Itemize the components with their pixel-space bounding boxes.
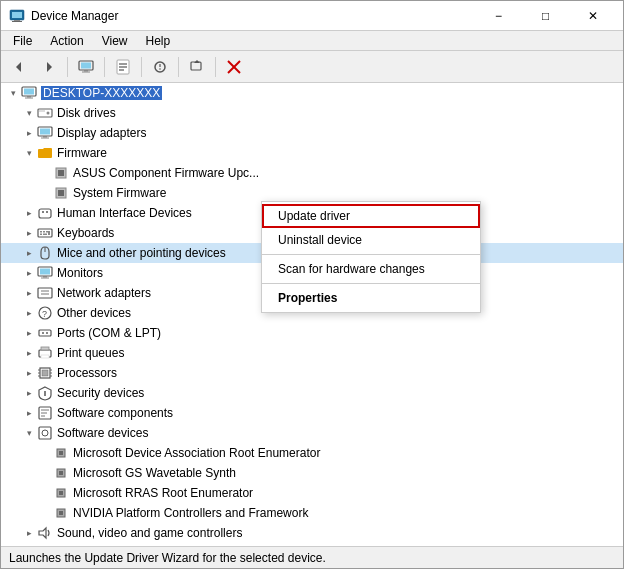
menu-bar: File Action View Help: [1, 31, 623, 51]
ctx-item-update-driver[interactable]: Update driver: [262, 204, 480, 228]
expand-icon-software-devices[interactable]: ▾: [21, 425, 37, 441]
expand-icon-security-devices[interactable]: ▸: [21, 385, 37, 401]
tree-item-display-adapters[interactable]: ▸ Display adapters: [1, 123, 623, 143]
svg-rect-29: [40, 129, 50, 135]
svg-rect-61: [41, 355, 49, 358]
tree-item-storage-controllers[interactable]: ▸ Storage controllers: [1, 543, 623, 546]
expand-icon-disk-drives[interactable]: ▾: [21, 105, 37, 121]
menu-view[interactable]: View: [94, 32, 136, 50]
tree-root[interactable]: ▾ DESKTOP-XXXXXXX: [1, 83, 623, 103]
item-label-processors: Processors: [57, 366, 117, 380]
properties-button[interactable]: [109, 54, 137, 80]
expand-icon-firmware[interactable]: ▾: [21, 145, 37, 161]
svg-rect-35: [58, 190, 64, 196]
svg-rect-60: [41, 347, 49, 350]
minimize-button[interactable]: −: [476, 1, 521, 31]
expand-icon-print-queues[interactable]: ▸: [21, 345, 37, 361]
tree-item-firmware[interactable]: ▾ Firmware: [1, 143, 623, 163]
device-tree[interactable]: ▾ DESKTOP-XXXXXXX ▾ Disk drives ▸ Displa…: [1, 83, 623, 546]
toolbar-sep-5: [215, 57, 216, 77]
svg-rect-25: [38, 109, 52, 117]
tree-item-system-firmware[interactable]: System Firmware: [1, 183, 623, 203]
expand-icon-processors[interactable]: ▸: [21, 365, 37, 381]
svg-rect-57: [42, 332, 44, 334]
svg-marker-85: [39, 528, 46, 538]
item-label-security-devices: Security devices: [57, 386, 144, 400]
expand-icon-ports[interactable]: ▸: [21, 325, 37, 341]
svg-rect-58: [46, 332, 48, 334]
item-icon-software-components: [37, 405, 53, 421]
svg-rect-45: [48, 231, 50, 235]
item-label-human-interface: Human Interface Devices: [57, 206, 192, 220]
expand-icon-monitors[interactable]: ▸: [21, 265, 37, 281]
expand-icon-storage-controllers[interactable]: ▸: [21, 545, 37, 546]
svg-point-37: [42, 211, 44, 213]
expand-icon-display-adapters[interactable]: ▸: [21, 125, 37, 141]
ctx-item-uninstall-device[interactable]: Uninstall device: [262, 228, 480, 252]
uninstall-button[interactable]: [220, 54, 248, 80]
expand-icon-mice[interactable]: ▸: [21, 245, 37, 261]
item-icon-processors: [37, 365, 53, 381]
menu-action[interactable]: Action: [42, 32, 91, 50]
svg-rect-82: [59, 491, 63, 495]
tree-item-nvidia-platform[interactable]: NVIDIA Platform Controllers and Framewor…: [1, 503, 623, 523]
device-manager-window: Device Manager − □ ✕ File Action View He…: [0, 0, 624, 569]
menu-file[interactable]: File: [5, 32, 40, 50]
expand-icon-other-devices[interactable]: ▸: [21, 305, 37, 321]
item-label-ms-gs-wavetable: Microsoft GS Wavetable Synth: [73, 466, 236, 480]
ctx-item-scan-hardware[interactable]: Scan for hardware changes: [262, 257, 480, 281]
tree-item-software-devices[interactable]: ▾ Software devices: [1, 423, 623, 443]
close-button[interactable]: ✕: [570, 1, 615, 31]
item-label-nvidia-platform: NVIDIA Platform Controllers and Framewor…: [73, 506, 308, 520]
item-icon-firmware: [37, 145, 53, 161]
computer-button[interactable]: [72, 54, 100, 80]
main-area: ▾ DESKTOP-XXXXXXX ▾ Disk drives ▸ Displa…: [1, 83, 623, 546]
item-icon-ms-rras: [53, 485, 69, 501]
svg-rect-43: [40, 234, 42, 236]
back-button[interactable]: [5, 54, 33, 80]
tree-item-processors[interactable]: ▸ Processors: [1, 363, 623, 383]
item-icon-security-devices: [37, 385, 53, 401]
svg-rect-84: [59, 511, 63, 515]
item-label-software-devices: Software devices: [57, 426, 148, 440]
title-bar-left: Device Manager: [9, 8, 118, 24]
tree-item-software-components[interactable]: ▸ Software components: [1, 403, 623, 423]
tree-item-ms-device-assoc[interactable]: Microsoft Device Association Root Enumer…: [1, 443, 623, 463]
svg-point-38: [46, 211, 48, 213]
ctx-item-properties[interactable]: Properties: [262, 286, 480, 310]
svg-rect-78: [59, 451, 63, 455]
tree-item-print-queues[interactable]: ▸ Print queues: [1, 343, 623, 363]
forward-button[interactable]: [35, 54, 63, 80]
tree-item-sound-video[interactable]: ▸ Sound, video and game controllers: [1, 523, 623, 543]
tree-item-security-devices[interactable]: ▸ Security devices: [1, 383, 623, 403]
expand-icon-keyboards[interactable]: ▸: [21, 225, 37, 241]
expand-icon-human-interface[interactable]: ▸: [21, 205, 37, 221]
scan-button[interactable]: [146, 54, 174, 80]
item-icon-software-devices: [37, 425, 53, 441]
update-driver-button[interactable]: [183, 54, 211, 80]
tree-item-asus-firmware[interactable]: ASUS Component Firmware Upc...: [1, 163, 623, 183]
expand-icon-sound-video[interactable]: ▸: [21, 525, 37, 541]
root-label: DESKTOP-XXXXXXX: [41, 86, 162, 100]
svg-rect-22: [24, 89, 34, 95]
svg-rect-42: [46, 231, 48, 233]
item-label-mice: Mice and other pointing devices: [57, 246, 226, 260]
tree-item-ms-rras[interactable]: Microsoft RRAS Root Enumerator: [1, 483, 623, 503]
expand-icon-network-adapters[interactable]: ▸: [21, 285, 37, 301]
svg-rect-23: [27, 96, 31, 98]
expand-icon-software-components[interactable]: ▸: [21, 405, 37, 421]
item-icon-ms-device-assoc: [53, 445, 69, 461]
svg-rect-41: [43, 231, 45, 233]
item-label-display-adapters: Display adapters: [57, 126, 146, 140]
svg-rect-75: [39, 427, 51, 439]
window-icon: [9, 8, 25, 24]
menu-help[interactable]: Help: [138, 32, 179, 50]
tree-item-ports[interactable]: ▸ Ports (COM & LPT): [1, 323, 623, 343]
maximize-button[interactable]: □: [523, 1, 568, 31]
tree-item-ms-gs-wavetable[interactable]: Microsoft GS Wavetable Synth: [1, 463, 623, 483]
tree-item-disk-drives[interactable]: ▾ Disk drives: [1, 103, 623, 123]
toolbar-sep-4: [178, 57, 179, 77]
item-icon-system-firmware: [53, 185, 69, 201]
window-title: Device Manager: [31, 9, 118, 23]
item-label-firmware: Firmware: [57, 146, 107, 160]
